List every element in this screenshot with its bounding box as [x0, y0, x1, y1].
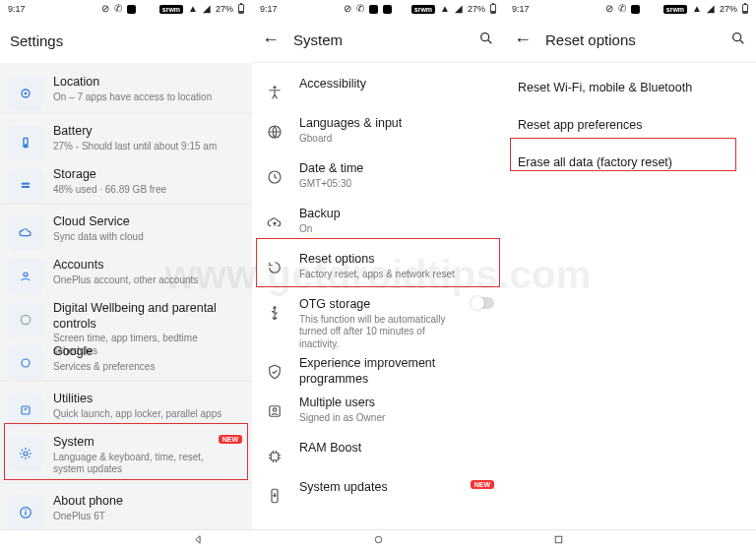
gear-icon: [8, 436, 43, 471]
storage-icon: [8, 168, 43, 204]
battery-pct: 27%: [720, 4, 737, 14]
usb-icon: [260, 298, 289, 328]
label: System updates: [299, 480, 457, 496]
label: Storage: [53, 167, 242, 183]
item-system[interactable]: SystemLanguage & keyboard, time, reset, …: [0, 429, 252, 482]
subtitle: Factory reset, apps & network reset: [299, 269, 494, 281]
item-utilities[interactable]: UtilitiesQuick launch, app locker, paral…: [0, 386, 252, 434]
item-accounts[interactable]: AccountsOnePlus account, other accounts: [0, 252, 252, 300]
page-title: Settings: [10, 32, 242, 49]
battery-icon: [742, 4, 748, 14]
label: RAM Boost: [299, 441, 494, 457]
page-title: System: [293, 31, 465, 48]
label: Accounts: [53, 258, 242, 274]
search-button[interactable]: [730, 30, 746, 49]
svg-point-7: [21, 315, 30, 324]
item-location[interactable]: LocationOn – 7 apps have access to locat…: [0, 69, 252, 117]
carrier-badge: srwm: [411, 5, 435, 14]
screen-system: 9:17 ⊘ ✆ srwm ▲ ◢ 27% ← System Accessib: [252, 0, 504, 529]
item-experience[interactable]: Experience improvement programmes: [252, 350, 504, 393]
whatsapp-icon: ✆: [618, 4, 626, 14]
svg-point-10: [24, 452, 28, 456]
item-ramboost[interactable]: RAM Boost: [252, 435, 504, 477]
item-multiuser[interactable]: Multiple usersSigned in as Owner: [252, 390, 504, 432]
page-title: Reset options: [545, 31, 717, 48]
item-cloud[interactable]: Cloud ServiceSync data with cloud: [0, 209, 252, 257]
item-otg[interactable]: OTG storageThis function will be automat…: [252, 291, 504, 356]
battery-icon: [238, 4, 244, 14]
phone-download-icon: [260, 481, 289, 511]
accessibility-icon: [260, 78, 289, 107]
svg-rect-24: [555, 536, 562, 543]
header: Settings: [0, 18, 252, 63]
search-button[interactable]: [478, 30, 494, 49]
opt-reset-prefs[interactable]: Reset app preferences: [504, 106, 756, 144]
accounts-icon: [8, 259, 43, 294]
google-icon: [8, 345, 43, 381]
label: About phone: [53, 494, 242, 510]
utilities-icon: [8, 393, 43, 428]
item-battery[interactable]: Battery27% - Should last until about 9:1…: [0, 118, 252, 166]
carrier-badge: srwm: [159, 5, 183, 14]
header: ← Reset options: [504, 18, 756, 63]
battery-pct: 27%: [216, 4, 233, 14]
svg-rect-13: [25, 509, 26, 510]
subtitle: Sync data with cloud: [53, 231, 242, 244]
subtitle: On – 7 apps have access to location: [53, 91, 242, 104]
label: Google: [53, 344, 242, 360]
nav-recent[interactable]: [552, 533, 565, 546]
wifi-icon: ▲: [440, 4, 450, 14]
cloud-icon: [8, 215, 43, 251]
subtitle: Quick launch, app locker, parallel apps: [53, 408, 242, 421]
subtitle: 27% - Should last until about 9:15 am: [53, 141, 242, 153]
item-backup[interactable]: BackupOn: [252, 201, 504, 243]
app-icon-2: [383, 5, 392, 14]
item-languages[interactable]: Languages & inputGboard: [252, 110, 504, 152]
subtitle: OnePlus 6T: [53, 511, 242, 523]
svg-rect-9: [22, 406, 30, 414]
label: Digital Wellbeing and parental controls: [53, 301, 242, 332]
nav-home[interactable]: [372, 533, 385, 546]
new-badge: NEW: [219, 435, 242, 444]
users-icon: [260, 396, 289, 426]
subtitle: OnePlus account, other accounts: [53, 274, 242, 287]
notif-icon: ⊘: [605, 4, 613, 14]
svg-rect-20: [271, 453, 279, 460]
item-reset[interactable]: Reset optionsFactory reset, apps & netwo…: [252, 246, 504, 288]
nav-back[interactable]: [192, 533, 205, 546]
signal-icon: ◢: [203, 4, 211, 14]
label: Accessibility: [299, 77, 494, 92]
otg-toggle[interactable]: [471, 297, 494, 309]
svg-point-8: [22, 359, 30, 367]
item-datetime[interactable]: Date & timeGMT+05:30: [252, 155, 504, 198]
new-badge: NEW: [471, 480, 494, 489]
label: System: [53, 435, 205, 451]
label: Date & time: [299, 161, 494, 177]
status-bar: 9:17 ⊘ ✆ srwm ▲ ◢ 27%: [504, 0, 756, 18]
svg-rect-5: [22, 186, 30, 188]
label: Languages & input: [299, 116, 494, 132]
label: Reset options: [299, 252, 494, 268]
subtitle: Gboard: [299, 133, 494, 146]
item-accessibility[interactable]: Accessibility: [252, 71, 504, 113]
location-icon: [8, 76, 43, 111]
opt-reset-wifi[interactable]: Reset Wi-Fi, mobile & Bluetooth: [504, 69, 756, 106]
subtitle: Signed in as Owner: [299, 412, 494, 425]
subtitle: 48% used · 66.89 GB free: [53, 184, 242, 197]
shield-check-icon: [260, 357, 289, 387]
svg-point-15: [274, 86, 277, 89]
label: Cloud Service: [53, 214, 242, 230]
label: Utilities: [53, 392, 242, 407]
item-about[interactable]: About phoneOnePlus 6T: [0, 488, 252, 529]
clock: 9:17: [260, 4, 278, 14]
app-icon: [127, 5, 136, 14]
subtitle: Services & preferences: [53, 361, 242, 374]
svg-point-6: [24, 273, 28, 276]
item-sysupdates[interactable]: System updates NEW: [252, 474, 504, 517]
opt-erase-all[interactable]: Erase all data (factory reset): [504, 144, 756, 181]
clock: 9:17: [8, 4, 26, 14]
back-button[interactable]: ←: [262, 30, 280, 50]
chip-icon: [260, 442, 289, 471]
app-icon: [631, 5, 640, 14]
back-button[interactable]: ←: [514, 30, 532, 50]
